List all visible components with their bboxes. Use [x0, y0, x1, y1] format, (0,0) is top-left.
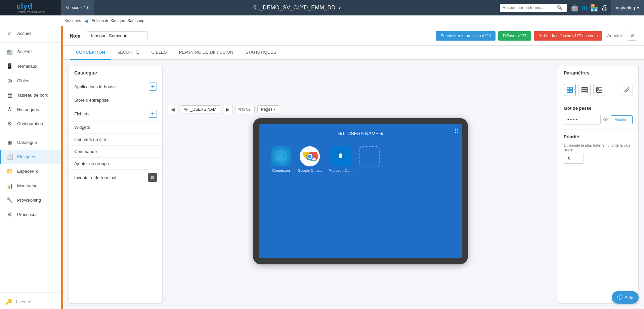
version-badge: Version 6.1.0	[61, 0, 94, 15]
sidebar-label-monitoring: Monitoring	[17, 183, 38, 188]
catalogue-item-groupe[interactable]: Ajouter un groupe	[69, 157, 162, 169]
content-area: Nom Enregistrer le brouillon v128 Diffus…	[63, 26, 644, 309]
title-dropdown-arrow[interactable]: ▾	[339, 6, 341, 10]
params-icons-section	[558, 79, 638, 101]
kiosk-icon: ⬜	[6, 154, 13, 160]
catalogue-item-apps[interactable]: Applications in-house +	[69, 79, 162, 94]
catalogue-item-commande-label: Commande	[74, 149, 97, 154]
eye-icon[interactable]: 👁	[603, 117, 608, 122]
espacepro-icon: 📁	[6, 168, 13, 174]
param-stack-icon-btn[interactable]	[578, 84, 591, 96]
app-connexion[interactable]: Connexion	[271, 146, 291, 172]
search-box: 🔍	[500, 4, 567, 12]
stop-broadcast-button[interactable]: Arrêter la diffusion v127 en cours	[534, 31, 602, 41]
print-icon[interactable]: 🖨	[601, 4, 608, 12]
chrome-label: Google Chro...	[298, 168, 322, 172]
kiosk-name-input[interactable]	[87, 31, 147, 40]
sidebar-item-cibles[interactable]: ◎ Cibles	[0, 73, 61, 88]
add-apps-button[interactable]: +	[149, 83, 157, 91]
catalogue-item-lien[interactable]: Lien vers un site	[69, 133, 162, 145]
sidebar-item-processus[interactable]: ⚙ Processus	[0, 207, 61, 222]
var-button[interactable]: %% Var	[235, 106, 255, 113]
sidebar-item-espacepro[interactable]: 📁 EspacePro	[0, 164, 61, 178]
sidebar-item-catalogue[interactable]: ▦ Catalogue	[0, 135, 61, 150]
save-draft-button[interactable]: Enregistrer le brouillon v128	[436, 31, 495, 41]
tab-conception[interactable]: CONCEPTION	[70, 46, 111, 60]
aide-button[interactable]: ⓘ Aide	[612, 291, 639, 304]
user-menu[interactable]: marketing ▾	[611, 0, 644, 15]
svg-rect-13	[582, 88, 587, 89]
tab-statistiques[interactable]: STATISTIQUES	[239, 46, 282, 60]
search-input[interactable]	[503, 5, 555, 10]
sidebar-item-tableau[interactable]: ▤ Tableau de bord	[0, 88, 61, 102]
sidebar-item-licence[interactable]: 🔑 Licence	[0, 295, 61, 309]
sidebar-item-monitoring[interactable]: 📊 Monitoring	[0, 178, 61, 193]
tab-securite[interactable]: SÉCURITÉ	[111, 46, 145, 60]
sidebar-item-historiques[interactable]: ⏱ Historiques	[0, 102, 61, 116]
sidebar-label-tableau: Tableau de bord	[17, 93, 48, 98]
aide-icon: ⓘ	[617, 294, 622, 301]
user-dropdown-arrow: ▾	[637, 5, 639, 10]
pages-button[interactable]: Pages ▾	[257, 105, 279, 113]
add-fichiers-button[interactable]: +	[149, 110, 157, 118]
svg-rect-10	[570, 87, 572, 90]
priority-desc: 1 : priorité la plus forte, 9 : priorité…	[564, 143, 633, 151]
kiosk-editor: Nom Enregistrer le brouillon v128 Diffus…	[63, 26, 644, 309]
chrome-icon-img	[300, 146, 320, 166]
tabs-bar: CONCEPTION SÉCURITÉ CIBLES PLANNING DE D…	[63, 46, 644, 60]
empty-app-slot[interactable]	[359, 146, 380, 166]
params-title: Paramètres	[558, 65, 638, 79]
sidebar-item-accueil[interactable]: ⌂ Accueil	[0, 26, 61, 40]
sidebar-item-societe[interactable]: 🏢 Société	[0, 45, 61, 59]
breadcrumb-kiosques[interactable]: Kiosques	[61, 15, 84, 26]
modifier-button[interactable]: Modifier	[611, 115, 633, 124]
priority-input[interactable]	[564, 154, 584, 164]
nav-next-button[interactable]: ▶	[223, 105, 232, 114]
tab-cibles[interactable]: CIBLES	[145, 46, 173, 60]
sidebar-item-configuration[interactable]: ⚙ Configuration	[0, 116, 61, 131]
password-input[interactable]	[564, 115, 601, 124]
broadcast-button[interactable]: Diffuser v127	[498, 31, 531, 41]
nav-prev-button[interactable]: ◀	[168, 105, 177, 114]
catalogue-item-inventaire[interactable]: Inventaire du terminal ⊡	[69, 169, 162, 185]
app-chrome[interactable]: Google Chro...	[298, 146, 322, 172]
var-display: %T_USERS.NAM	[180, 105, 220, 113]
history-icon: ⏱	[6, 106, 13, 112]
sidebar-divider-3	[0, 292, 61, 293]
svg-point-1	[279, 153, 283, 157]
main-layout: ⌂ Accueil 🏢 Société 📱 Terminaux ◎ Cibles…	[0, 26, 644, 309]
android-icon[interactable]: 🤖	[570, 4, 579, 12]
sidebar-item-provisioning[interactable]: 🔧 Provisioning	[0, 193, 61, 207]
sidebar-label-processus: Processus	[17, 212, 38, 217]
process-icon: ⚙	[6, 211, 13, 218]
tab-planning[interactable]: PLANNING DE DIFFUSION	[173, 46, 240, 60]
var-label: Var	[246, 107, 252, 111]
canvas-toolbar: ◀ %T_USERS.NAM ▶ %% Var Pages ▾	[168, 105, 553, 114]
catalogue-item-widgets[interactable]: Widgets	[69, 121, 162, 133]
tablet-screen: %T_USERS.NAME% ⠿	[259, 124, 462, 258]
username-var: %T_USERS.NAME%	[264, 130, 457, 136]
tablet-apps: Connexion	[264, 143, 457, 176]
param-tool-icon-btn[interactable]	[621, 84, 633, 96]
sidebar-item-terminaux[interactable]: 📱 Terminaux	[0, 59, 61, 73]
company-icon: 🏢	[6, 49, 13, 55]
cancel-button[interactable]: Annuler	[605, 31, 624, 41]
password-section: Mot de passe 👁 Modifier	[558, 101, 638, 129]
catalogue-item-commande[interactable]: Commande	[69, 145, 162, 157]
grid-icon[interactable]: ⠿	[454, 127, 459, 135]
catalogue-item-fichiers[interactable]: Fichiers +	[69, 106, 162, 121]
sidebar-item-kiosques[interactable]: ⬜ Kiosques	[0, 150, 61, 164]
aide-label: Aide	[625, 295, 633, 300]
windows-icon[interactable]: ⊞	[582, 4, 587, 12]
catalogue-item-store[interactable]: Store d'entreprise	[69, 94, 162, 106]
app-outlook[interactable]: Microsoft Ou...	[329, 146, 353, 172]
priority-section-title: Priorité	[564, 134, 633, 139]
target-icon: ◎	[6, 78, 13, 84]
param-grid-icon-btn[interactable]	[564, 84, 576, 96]
param-image-icon-btn[interactable]	[593, 84, 605, 96]
ms-store-icon[interactable]: 🏪	[590, 4, 598, 12]
sidebar-label-kiosques: Kiosques	[17, 154, 35, 159]
connexion-icon-img	[271, 146, 291, 166]
password-row: 👁 Modifier	[564, 115, 633, 124]
close-button[interactable]: ✕	[627, 31, 637, 41]
